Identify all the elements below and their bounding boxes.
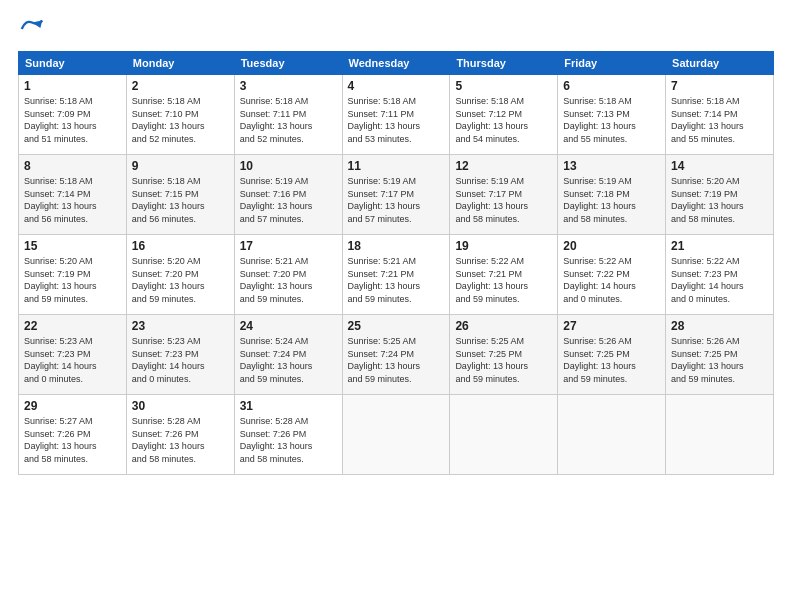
day-info: Sunrise: 5:21 AMSunset: 7:20 PMDaylight:…: [240, 255, 337, 305]
day-info: Sunrise: 5:18 AMSunset: 7:14 PMDaylight:…: [671, 95, 768, 145]
calendar-week-1: 1Sunrise: 5:18 AMSunset: 7:09 PMDaylight…: [19, 75, 774, 155]
day-number: 10: [240, 159, 337, 173]
calendar-week-2: 8Sunrise: 5:18 AMSunset: 7:14 PMDaylight…: [19, 155, 774, 235]
day-info: Sunrise: 5:18 AMSunset: 7:12 PMDaylight:…: [455, 95, 552, 145]
day-number: 1: [24, 79, 121, 93]
page: SundayMondayTuesdayWednesdayThursdayFrid…: [0, 0, 792, 612]
calendar-cell: 31Sunrise: 5:28 AMSunset: 7:26 PMDayligh…: [234, 395, 342, 475]
header-row: SundayMondayTuesdayWednesdayThursdayFrid…: [19, 52, 774, 75]
day-info: Sunrise: 5:21 AMSunset: 7:21 PMDaylight:…: [348, 255, 445, 305]
calendar-cell: 22Sunrise: 5:23 AMSunset: 7:23 PMDayligh…: [19, 315, 127, 395]
day-info: Sunrise: 5:22 AMSunset: 7:23 PMDaylight:…: [671, 255, 768, 305]
calendar-cell: 17Sunrise: 5:21 AMSunset: 7:20 PMDayligh…: [234, 235, 342, 315]
calendar-cell: 6Sunrise: 5:18 AMSunset: 7:13 PMDaylight…: [558, 75, 666, 155]
calendar-cell: 27Sunrise: 5:26 AMSunset: 7:25 PMDayligh…: [558, 315, 666, 395]
day-info: Sunrise: 5:26 AMSunset: 7:25 PMDaylight:…: [563, 335, 660, 385]
day-number: 7: [671, 79, 768, 93]
day-number: 4: [348, 79, 445, 93]
day-number: 9: [132, 159, 229, 173]
day-info: Sunrise: 5:28 AMSunset: 7:26 PMDaylight:…: [132, 415, 229, 465]
calendar-cell: 24Sunrise: 5:24 AMSunset: 7:24 PMDayligh…: [234, 315, 342, 395]
calendar-cell: 26Sunrise: 5:25 AMSunset: 7:25 PMDayligh…: [450, 315, 558, 395]
day-number: 11: [348, 159, 445, 173]
day-info: Sunrise: 5:20 AMSunset: 7:20 PMDaylight:…: [132, 255, 229, 305]
day-number: 26: [455, 319, 552, 333]
day-info: Sunrise: 5:18 AMSunset: 7:15 PMDaylight:…: [132, 175, 229, 225]
day-info: Sunrise: 5:22 AMSunset: 7:22 PMDaylight:…: [563, 255, 660, 305]
day-number: 31: [240, 399, 337, 413]
calendar-cell: 18Sunrise: 5:21 AMSunset: 7:21 PMDayligh…: [342, 235, 450, 315]
calendar-cell: 30Sunrise: 5:28 AMSunset: 7:26 PMDayligh…: [126, 395, 234, 475]
calendar-week-4: 22Sunrise: 5:23 AMSunset: 7:23 PMDayligh…: [19, 315, 774, 395]
day-info: Sunrise: 5:19 AMSunset: 7:17 PMDaylight:…: [348, 175, 445, 225]
calendar-cell: 2Sunrise: 5:18 AMSunset: 7:10 PMDaylight…: [126, 75, 234, 155]
calendar-cell: [666, 395, 774, 475]
weekday-header-wednesday: Wednesday: [342, 52, 450, 75]
day-info: Sunrise: 5:22 AMSunset: 7:21 PMDaylight:…: [455, 255, 552, 305]
day-number: 22: [24, 319, 121, 333]
day-number: 8: [24, 159, 121, 173]
svg-rect-0: [20, 17, 44, 41]
calendar-cell: [558, 395, 666, 475]
calendar-cell: 1Sunrise: 5:18 AMSunset: 7:09 PMDaylight…: [19, 75, 127, 155]
calendar-cell: 20Sunrise: 5:22 AMSunset: 7:22 PMDayligh…: [558, 235, 666, 315]
calendar-cell: 29Sunrise: 5:27 AMSunset: 7:26 PMDayligh…: [19, 395, 127, 475]
day-info: Sunrise: 5:18 AMSunset: 7:14 PMDaylight:…: [24, 175, 121, 225]
day-number: 13: [563, 159, 660, 173]
day-info: Sunrise: 5:20 AMSunset: 7:19 PMDaylight:…: [24, 255, 121, 305]
calendar-cell: 28Sunrise: 5:26 AMSunset: 7:25 PMDayligh…: [666, 315, 774, 395]
calendar-cell: 13Sunrise: 5:19 AMSunset: 7:18 PMDayligh…: [558, 155, 666, 235]
calendar-cell: 4Sunrise: 5:18 AMSunset: 7:11 PMDaylight…: [342, 75, 450, 155]
header: [18, 15, 774, 43]
calendar-cell: 11Sunrise: 5:19 AMSunset: 7:17 PMDayligh…: [342, 155, 450, 235]
calendar-cell: 15Sunrise: 5:20 AMSunset: 7:19 PMDayligh…: [19, 235, 127, 315]
day-info: Sunrise: 5:19 AMSunset: 7:17 PMDaylight:…: [455, 175, 552, 225]
logo-icon: [18, 15, 46, 43]
day-info: Sunrise: 5:18 AMSunset: 7:11 PMDaylight:…: [240, 95, 337, 145]
calendar-cell: 3Sunrise: 5:18 AMSunset: 7:11 PMDaylight…: [234, 75, 342, 155]
calendar-cell: [450, 395, 558, 475]
day-number: 19: [455, 239, 552, 253]
calendar-cell: 25Sunrise: 5:25 AMSunset: 7:24 PMDayligh…: [342, 315, 450, 395]
day-info: Sunrise: 5:18 AMSunset: 7:09 PMDaylight:…: [24, 95, 121, 145]
calendar-week-5: 29Sunrise: 5:27 AMSunset: 7:26 PMDayligh…: [19, 395, 774, 475]
day-number: 20: [563, 239, 660, 253]
day-info: Sunrise: 5:19 AMSunset: 7:16 PMDaylight:…: [240, 175, 337, 225]
calendar-cell: 7Sunrise: 5:18 AMSunset: 7:14 PMDaylight…: [666, 75, 774, 155]
day-info: Sunrise: 5:23 AMSunset: 7:23 PMDaylight:…: [24, 335, 121, 385]
day-number: 23: [132, 319, 229, 333]
calendar-cell: 19Sunrise: 5:22 AMSunset: 7:21 PMDayligh…: [450, 235, 558, 315]
day-number: 18: [348, 239, 445, 253]
day-info: Sunrise: 5:23 AMSunset: 7:23 PMDaylight:…: [132, 335, 229, 385]
day-number: 17: [240, 239, 337, 253]
day-info: Sunrise: 5:27 AMSunset: 7:26 PMDaylight:…: [24, 415, 121, 465]
day-number: 12: [455, 159, 552, 173]
day-number: 15: [24, 239, 121, 253]
calendar-cell: 12Sunrise: 5:19 AMSunset: 7:17 PMDayligh…: [450, 155, 558, 235]
day-info: Sunrise: 5:25 AMSunset: 7:24 PMDaylight:…: [348, 335, 445, 385]
day-number: 27: [563, 319, 660, 333]
weekday-header-monday: Monday: [126, 52, 234, 75]
calendar-cell: 14Sunrise: 5:20 AMSunset: 7:19 PMDayligh…: [666, 155, 774, 235]
calendar-cell: 9Sunrise: 5:18 AMSunset: 7:15 PMDaylight…: [126, 155, 234, 235]
calendar-cell: 5Sunrise: 5:18 AMSunset: 7:12 PMDaylight…: [450, 75, 558, 155]
calendar-cell: 8Sunrise: 5:18 AMSunset: 7:14 PMDaylight…: [19, 155, 127, 235]
calendar-cell: [342, 395, 450, 475]
day-number: 6: [563, 79, 660, 93]
day-info: Sunrise: 5:18 AMSunset: 7:13 PMDaylight:…: [563, 95, 660, 145]
day-number: 16: [132, 239, 229, 253]
day-info: Sunrise: 5:19 AMSunset: 7:18 PMDaylight:…: [563, 175, 660, 225]
day-info: Sunrise: 5:20 AMSunset: 7:19 PMDaylight:…: [671, 175, 768, 225]
calendar-week-3: 15Sunrise: 5:20 AMSunset: 7:19 PMDayligh…: [19, 235, 774, 315]
day-info: Sunrise: 5:24 AMSunset: 7:24 PMDaylight:…: [240, 335, 337, 385]
calendar-cell: 21Sunrise: 5:22 AMSunset: 7:23 PMDayligh…: [666, 235, 774, 315]
weekday-header-friday: Friday: [558, 52, 666, 75]
day-info: Sunrise: 5:26 AMSunset: 7:25 PMDaylight:…: [671, 335, 768, 385]
day-info: Sunrise: 5:25 AMSunset: 7:25 PMDaylight:…: [455, 335, 552, 385]
weekday-header-sunday: Sunday: [19, 52, 127, 75]
day-info: Sunrise: 5:28 AMSunset: 7:26 PMDaylight:…: [240, 415, 337, 465]
day-number: 21: [671, 239, 768, 253]
day-number: 3: [240, 79, 337, 93]
day-number: 29: [24, 399, 121, 413]
weekday-header-thursday: Thursday: [450, 52, 558, 75]
